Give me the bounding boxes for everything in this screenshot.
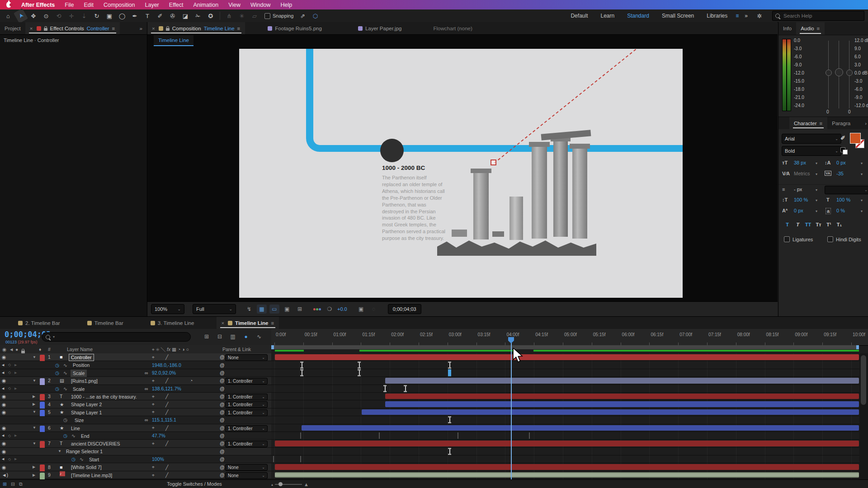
twirl-icon[interactable]: ▶ [33, 393, 35, 400]
align-tool-1-icon[interactable]: ⋔ [223, 11, 235, 21]
layer-row-1000-se-as-the-city-treasury-[interactable]: ◉▶3T1000 - ...se as the city treasury.⌖╱… [0, 393, 868, 400]
pen-tool-icon[interactable]: ✒ [129, 11, 141, 21]
timeline-vertical-scrollbar[interactable] [859, 353, 868, 479]
timeline-tab-3-timeline-line[interactable]: 3. Timeline Line [146, 317, 199, 329]
layer-name[interactable]: Line [69, 425, 82, 432]
pickwhip-icon[interactable]: @ [220, 361, 225, 368]
twirl-icon[interactable]: ▶ [33, 400, 35, 408]
hand-tool-icon[interactable]: ✥ [28, 11, 39, 21]
keyframe[interactable] [458, 433, 458, 438]
add-keyframe-icon[interactable]: ◇ [8, 385, 11, 392]
layer-name[interactable]: 1000 - ...se as the city treasury. [69, 393, 139, 400]
eye-icon[interactable]: ◉ [2, 463, 6, 470]
layer-duration-bar[interactable] [385, 378, 859, 384]
snapshot-camera-icon[interactable]: ▣ [356, 305, 366, 314]
graph-icon[interactable]: ∿ [63, 369, 67, 376]
default-stroke-swatch[interactable] [843, 150, 848, 155]
panel-overflow[interactable]: › [863, 117, 868, 129]
graph-editor-icon[interactable]: ∿ [255, 332, 264, 341]
stopwatch-icon[interactable]: ◷ [63, 416, 67, 423]
add-keyframe-icon[interactable]: ◇ [8, 455, 11, 463]
layer-row--white-solid-7-[interactable]: ◉▶8■[White Solid 7]⌖╱@None⌄ [0, 463, 868, 471]
property-value[interactable]: 100% [152, 455, 164, 463]
tab-paragraph[interactable]: Paragra [827, 117, 855, 129]
eye-icon[interactable]: ◉ [2, 424, 6, 432]
next-keyframe-icon[interactable]: ▶ [14, 455, 17, 463]
property-name[interactable]: Scale [71, 385, 87, 393]
kerning-value[interactable]: Metrics [794, 171, 810, 176]
expand-inout-icon[interactable]: ⧉ [19, 481, 23, 487]
pickwhip-icon[interactable]: @ [220, 416, 225, 423]
viewer-timecode[interactable]: 0;00;04;03 [388, 304, 421, 314]
twirl-icon[interactable]: ▶ [33, 463, 35, 470]
eye-icon[interactable]: ◉ [2, 353, 6, 361]
quality-switch-icon[interactable]: ╱ [165, 353, 168, 361]
tab-footage[interactable]: Footage Ruins5.png [263, 22, 326, 34]
workspace-small-screen[interactable]: Small Screen [656, 11, 700, 20]
fast-previews-icon[interactable]: ↯ [244, 305, 254, 314]
pickwhip-icon[interactable]: @ [220, 353, 225, 361]
layer-row-ancient-discoveries[interactable]: ◉▼7Tancient DISCOVERIES⌖╱@1. Controller⌄ [0, 440, 868, 447]
pickwhip-icon[interactable]: @ [220, 455, 225, 463]
timeline-search[interactable]: ▾ [42, 332, 191, 342]
eye-icon[interactable]: ◉ [2, 400, 6, 408]
roto-brush-tool-icon[interactable]: ✁ [192, 11, 204, 21]
link-dimensions-icon[interactable]: ∞ [145, 369, 148, 376]
graph-icon[interactable]: ∿ [80, 455, 84, 463]
layer-row-shape-layer-1[interactable]: ◉▼5★Shape Layer 1⌖╱@1. Controller⌄ [0, 408, 868, 416]
standard-workspace-menu-icon[interactable]: ≡ [736, 13, 739, 19]
prev-keyframe-icon[interactable]: ◀ [2, 432, 4, 439]
menu-file[interactable]: File [65, 2, 74, 8]
stroke-width-value[interactable]: - px [794, 187, 802, 192]
property-row-start[interactable]: ◀◇▶◷∿Start100%@ [0, 455, 868, 463]
twirl-icon[interactable]: ▼ [33, 440, 36, 447]
layer-name[interactable]: Shape Layer 1 [69, 409, 104, 416]
selection-tool-icon[interactable]: ➤ [14, 8, 28, 23]
tab-info[interactable]: Info [778, 22, 796, 35]
shy-switch-icon[interactable]: ⌖ [152, 471, 155, 479]
layer-row-shape-layer-2[interactable]: ◉▶4★Shape Layer 2⌖╱@1. Controller⌄ [0, 400, 868, 408]
align-tool-2-icon[interactable]: ✳ [236, 11, 248, 21]
pickwhip-icon[interactable]: @ [220, 400, 225, 408]
fill-color-swatch[interactable] [850, 133, 861, 144]
stopwatch-icon[interactable]: ◷ [55, 369, 59, 376]
horizontal-scale-value[interactable]: 100 % [836, 197, 850, 202]
add-keyframe-icon[interactable]: ◇ [8, 369, 11, 376]
timeline-tab-timeline-bar[interactable]: Timeline Bar [83, 317, 128, 329]
property-row-scale[interactable]: ◀◇▶◷∿Scale∞138.6,121.7%@ [0, 385, 868, 393]
font-size-value[interactable]: 38 px [794, 160, 806, 165]
align-tool-3-icon[interactable]: ▱ [249, 11, 260, 21]
keyframe[interactable] [383, 385, 387, 392]
property-row-size[interactable]: ◷Size∞115.1,115.1@ [0, 416, 868, 424]
layer-duration-bar[interactable] [275, 354, 859, 360]
panel-menu-icon[interactable]: ≡ [112, 26, 116, 31]
next-keyframe-icon[interactable]: ▶ [14, 385, 17, 392]
add-keyframe-icon[interactable]: ◇ [8, 361, 11, 368]
pickwhip-icon[interactable]: @ [220, 471, 225, 479]
viewer-tab-timeline-line[interactable]: Timeline Line [154, 35, 193, 46]
layer-duration-bar[interactable] [385, 394, 859, 399]
layer-duration-bar[interactable] [362, 409, 859, 415]
property-row-scale[interactable]: ◀◇▶◷∿Scale∞92.0,92.0%@ [0, 369, 868, 377]
channel-settings-icon[interactable] [312, 305, 322, 314]
layer-name[interactable]: [White Solid 7] [69, 464, 104, 471]
eyedropper-icon[interactable]: ✐ [840, 135, 845, 141]
ligatures-checkbox[interactable]: Ligatures [784, 236, 813, 242]
tsume-value[interactable]: 0 % [836, 208, 845, 213]
composition-mini-flowchart-icon[interactable]: ⊞ [202, 332, 211, 341]
quality-switch-icon[interactable]: ╱ [165, 471, 168, 479]
parent-dropdown[interactable]: 1. Controller⌄ [225, 378, 268, 385]
workspace-default[interactable]: Default [564, 11, 594, 20]
quality-switch-icon[interactable]: ╱ [165, 440, 168, 447]
rotation-tool-icon[interactable]: ↻ [91, 11, 103, 21]
tab-flowchart[interactable]: Flowchart (none) [429, 22, 476, 34]
prev-keyframe-icon[interactable]: ◀ [2, 361, 4, 368]
resolution-dropdown[interactable]: Full⌄ [193, 304, 236, 314]
menu-view[interactable]: View [228, 2, 241, 8]
eye-icon[interactable]: ◉ [2, 408, 6, 416]
next-keyframe-icon[interactable]: ▶ [14, 369, 17, 376]
graph-icon[interactable]: ∿ [63, 385, 67, 392]
shy-switch-icon[interactable]: ⌖ [152, 424, 155, 432]
layer-name[interactable]: [Ruins1.png] [69, 377, 100, 385]
expand-transfer-controls-icon[interactable]: ⊟ [11, 481, 15, 487]
